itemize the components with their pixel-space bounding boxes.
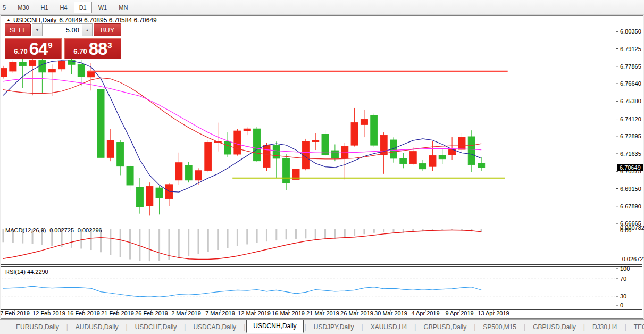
current-price-tag: 6.70649	[617, 164, 643, 171]
price-axis-tick: 6.77865	[620, 63, 641, 70]
date-axis-tick: 16 Mar 2019	[272, 310, 305, 316]
sell-button[interactable]: SELL	[5, 23, 31, 36]
timeframe-button-m30[interactable]: M30	[12, 2, 34, 13]
macd-indicator-label: MACD(12,26,9) -0.002725 -0.002296	[5, 227, 102, 233]
chart-tab-gbpusd-daily[interactable]: GBPUSD,Daily	[526, 322, 582, 332]
chart-tab-tech100-h1[interactable]: TECH100,H1	[628, 322, 644, 332]
price-axis-tick: 6.71635	[620, 151, 641, 157]
date-axis-tick: 16 Feb 2019	[67, 310, 100, 316]
tab-divider: |	[413, 323, 417, 331]
sell-price-display[interactable]: 6.70 64 9	[5, 38, 62, 59]
chart-tab-dj30-h4[interactable]: DJ30,H4	[586, 322, 624, 332]
chart-tab-audusd-daily[interactable]: AUDUSD,Daily	[69, 322, 125, 332]
tab-divider: |	[473, 323, 476, 331]
price-axis-tick: 6.80350	[620, 28, 641, 35]
buy-price-big: 88	[89, 40, 107, 57]
volume-input[interactable]	[43, 23, 82, 36]
chevron-up-icon: ▲	[86, 28, 89, 32]
volume-stepper: ▼ ▲	[32, 23, 93, 36]
toolbar-separator	[139, 2, 139, 13]
chart-tab-usdcnh-daily[interactable]: USDCNH,Daily	[246, 320, 303, 333]
tab-divider: |	[242, 323, 246, 331]
chart-title: ▲ USDCNH,Daily 6.70849 6.70895 6.70584 6…	[6, 16, 157, 24]
chart-symbol-label: USDCNH,Daily	[13, 16, 56, 24]
macd-name: MACD(12,26,9)	[5, 227, 46, 233]
tab-divider: |	[304, 323, 307, 331]
macd-axis-zero-label: 0.00	[620, 227, 631, 233]
symbol-triangle-icon: ▲	[6, 18, 11, 22]
volume-increase-button[interactable]: ▲	[82, 23, 93, 36]
buy-price-display[interactable]: 6.70 88 3	[64, 38, 121, 59]
volume-decrease-button[interactable]: ▼	[32, 23, 43, 36]
timeframe-toolbar: 5M30H1H4D1W1MN	[0, 0, 644, 15]
date-axis-tick: 21 Feb 2019	[101, 310, 134, 316]
timeframe-button-5[interactable]: 5	[0, 2, 11, 13]
tab-divider: |	[183, 323, 187, 331]
date-axis-tick: 30 Mar 2019	[374, 310, 407, 316]
chart-tab-gbpusd-daily[interactable]: GBPUSD,Daily	[417, 322, 473, 332]
tab-divider: |	[624, 323, 628, 331]
chart-tab-eurusd-daily[interactable]: EURUSD,Daily	[10, 322, 65, 332]
timeframe-button-d1[interactable]: D1	[74, 2, 92, 13]
rsi-name: RSI(14)	[5, 269, 26, 275]
chart-tab-usdchf-daily[interactable]: USDCHF,Daily	[129, 322, 183, 332]
buy-button[interactable]: BUY	[94, 23, 121, 36]
sell-price-big: 64	[29, 40, 48, 57]
date-axis-tick: 4 Apr 2019	[411, 310, 439, 316]
timeframe-button-mn[interactable]: MN	[113, 2, 133, 13]
chart-tab-usdcad-daily[interactable]: USDCAD,Daily	[187, 322, 242, 332]
date-axis-tick: 13 Apr 2019	[478, 310, 509, 316]
rsi-indicator-label: RSI(14) 44.2290	[5, 269, 48, 275]
macd-axis-bottom-label: -0.026721	[620, 256, 644, 262]
chart-canvas[interactable]	[1, 16, 642, 318]
rsi-axis-tick: 0	[620, 302, 623, 308]
date-axis-tick: 9 Apr 2019	[445, 310, 473, 316]
trading-terminal-window: 5M30H1H4D1W1MN ▲ USDCNH,Daily 6.70849 6.…	[0, 0, 644, 334]
chart-tab-sp500-m15[interactable]: SP500,M15	[476, 322, 523, 332]
date-axis-tick: 21 Mar 2019	[306, 310, 339, 316]
price-axis-tick: 6.76640	[620, 80, 641, 87]
date-axis-tick: 7 Mar 2019	[205, 310, 235, 316]
chevron-down-icon: ▼	[36, 28, 39, 32]
macd-values: -0.002725 -0.002296	[47, 227, 102, 233]
date-axis-tick: 2 Mar 2019	[171, 310, 201, 316]
tab-divider: |	[65, 323, 69, 331]
buy-price-sup: 3	[107, 40, 112, 49]
chart-ohlc-values: 6.70849 6.70895 6.70584 6.70649	[59, 16, 157, 24]
price-axis-tick: 6.72895	[620, 133, 641, 139]
rsi-axis-tick: 30	[620, 293, 626, 299]
tab-divider: |	[582, 323, 586, 331]
price-axis-tick: 6.75380	[620, 98, 641, 104]
tab-divider: |	[361, 323, 364, 331]
buy-price-prefix: 6.70	[73, 47, 87, 55]
chart-tab-usdjpy-daily[interactable]: USDJPY,Daily	[307, 322, 361, 332]
date-axis-tick: 26 Mar 2019	[340, 310, 373, 316]
rsi-value: 44.2290	[27, 269, 48, 275]
sell-price-sup: 9	[48, 40, 52, 49]
date-axis-tick: 12 Mar 2019	[238, 310, 271, 316]
timeframe-button-h1[interactable]: H1	[36, 2, 54, 13]
price-axis-tick: 6.79125	[620, 46, 641, 52]
price-axis-tick: 6.74120	[620, 116, 641, 122]
tab-divider: |	[125, 323, 129, 331]
chart-tab-xauusd-h4[interactable]: XAUUSD,H4	[364, 322, 414, 332]
one-click-trading-panel: SELL ▼ ▲ BUY 6.70 64 9 6.70 88 3	[5, 23, 121, 59]
date-axis-tick: 26 Feb 2019	[135, 310, 168, 316]
sell-price-prefix: 6.70	[14, 47, 27, 55]
price-axis-tick: 6.69150	[620, 186, 641, 192]
timeframe-button-h4[interactable]: H4	[55, 2, 73, 13]
date-axis-tick: 7 Feb 2019	[0, 310, 30, 316]
tab-divider: |	[523, 323, 526, 331]
rsi-axis-tick: 100	[620, 265, 630, 272]
timeframe-button-w1[interactable]: W1	[93, 2, 113, 13]
price-axis-tick: 6.67890	[620, 203, 641, 210]
date-axis-tick: 12 Feb 2019	[32, 310, 65, 316]
chart-tabs-bar: EURUSD,Daily|AUDUSD,Daily|USDCHF,Daily|U…	[0, 319, 644, 334]
rsi-axis-tick: 70	[620, 275, 626, 282]
